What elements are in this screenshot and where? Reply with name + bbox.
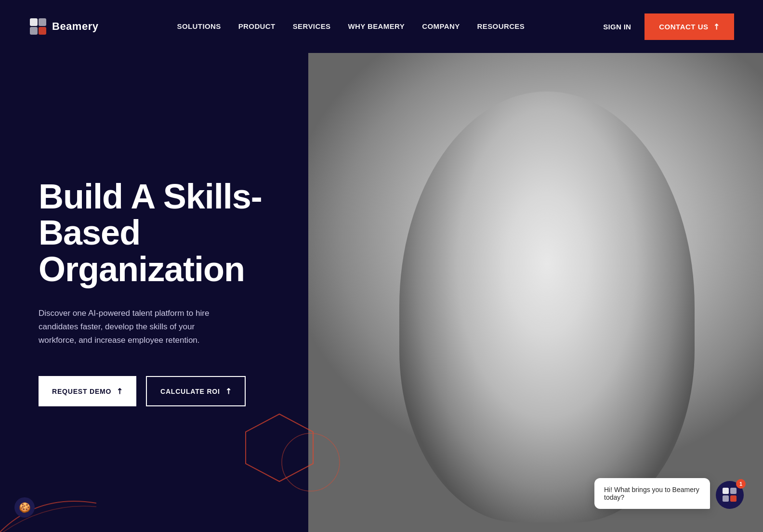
request-demo-button[interactable]: REQUEST DEMO ↗ [39, 376, 136, 406]
contact-arrow-icon: ↗ [711, 21, 722, 32]
deco-hexagon [241, 412, 318, 484]
svg-rect-7 [723, 495, 729, 502]
nav-item-company[interactable]: COMPANY [422, 22, 460, 30]
signin-link[interactable]: SIGN IN [603, 23, 631, 31]
svg-rect-5 [723, 488, 729, 494]
logo-icon [29, 17, 47, 36]
deco-arc-left [0, 455, 96, 532]
nav-links: SOLUTIONS PRODUCT SERVICES WHY BEAMERY C… [177, 22, 525, 31]
nav-right: SIGN IN CONTACT US ↗ [603, 13, 734, 40]
chat-badge: 1 [736, 479, 746, 489]
contact-us-button[interactable]: CONTACT US ↗ [645, 13, 734, 40]
hero-image-panel: Hi! What brings you to Beamery today? 1 [308, 53, 763, 532]
nav-item-services[interactable]: SERVICES [293, 22, 331, 30]
svg-rect-6 [730, 488, 737, 494]
svg-rect-1 [39, 18, 46, 26]
svg-rect-3 [39, 27, 46, 35]
logo-link[interactable]: Beamery [29, 17, 98, 36]
nav-item-why-beamery[interactable]: WHY BEAMERY [348, 22, 405, 30]
logo-text: Beamery [52, 20, 98, 33]
hero-portrait-area [308, 53, 763, 532]
nav-item-resources[interactable]: RESOURCES [477, 22, 525, 30]
hero-left-panel: Build A Skills-Based Organization Discov… [0, 53, 308, 532]
hero-buttons: REQUEST DEMO ↗ CALCULATE ROI ↗ [39, 376, 275, 406]
hero-subtitle: Discover one AI-powered talent platform … [39, 307, 217, 347]
calculate-roi-button[interactable]: CALCULATE ROI ↗ [146, 376, 246, 406]
cookie-consent-icon[interactable]: 🍪 [14, 497, 35, 518]
hero-title: Build A Skills-Based Organization [39, 179, 275, 288]
navbar: Beamery SOLUTIONS PRODUCT SERVICES WHY B… [0, 0, 763, 53]
demo-arrow-icon: ↗ [114, 386, 125, 397]
chat-beamery-icon [722, 487, 738, 503]
roi-arrow-icon: ↗ [223, 386, 234, 397]
chat-bubble: Hi! What brings you to Beamery today? [594, 478, 710, 509]
chat-avatar[interactable]: 1 [716, 481, 744, 509]
nav-item-solutions[interactable]: SOLUTIONS [177, 22, 221, 30]
hero-section: Build A Skills-Based Organization Discov… [0, 53, 763, 532]
chat-widget[interactable]: Hi! What brings you to Beamery today? 1 [594, 478, 744, 509]
portrait-face [399, 91, 695, 523]
svg-rect-0 [30, 18, 38, 26]
nav-item-product[interactable]: PRODUCT [238, 22, 276, 30]
svg-rect-2 [30, 27, 38, 35]
svg-rect-8 [730, 495, 737, 502]
